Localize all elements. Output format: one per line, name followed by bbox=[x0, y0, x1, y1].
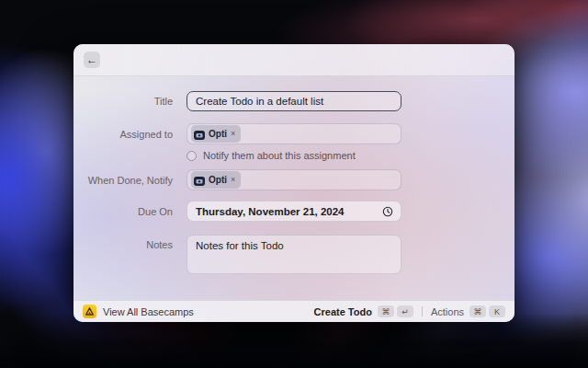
assignee-tag[interactable]: Opti × bbox=[191, 125, 241, 143]
title-input-value: Create Todo in a default list bbox=[196, 96, 323, 107]
notify-avatar bbox=[194, 175, 205, 186]
notes-textarea[interactable]: Notes for this Todo bbox=[187, 235, 401, 274]
notes-label: Notes bbox=[74, 239, 173, 250]
cmd-keycap: ⌘ bbox=[378, 305, 394, 317]
actions-button[interactable]: Actions bbox=[431, 306, 464, 317]
back-button[interactable]: ← bbox=[84, 52, 100, 68]
when-done-notify-row: When Done, Notify Opti × bbox=[74, 169, 514, 190]
notify-checkbox-row: Notify them about this assignment bbox=[74, 150, 514, 161]
return-keycap: ↵ bbox=[397, 305, 413, 317]
when-done-notify-field[interactable]: Opti × bbox=[187, 169, 401, 190]
assignee-avatar bbox=[194, 129, 205, 140]
assignee-tag-remove-icon[interactable]: × bbox=[231, 130, 235, 138]
window-header: ← bbox=[74, 44, 514, 76]
cmd-keycap: ⌘ bbox=[469, 305, 486, 317]
title-label: Title bbox=[74, 96, 173, 107]
create-todo-button[interactable]: Create Todo bbox=[314, 306, 372, 317]
notify-tag[interactable]: Opti × bbox=[191, 171, 241, 189]
notes-row: Notes Notes for this Todo bbox=[74, 235, 514, 274]
assigned-to-field[interactable]: Opti × bbox=[187, 123, 401, 144]
due-on-value: Thursday, November 21, 2024 bbox=[196, 206, 382, 217]
notify-checkbox-label: Notify them about this assignment bbox=[203, 150, 356, 161]
assignee-tag-name: Opti bbox=[209, 130, 227, 139]
notify-tag-remove-icon[interactable]: × bbox=[231, 176, 235, 184]
notes-value: Notes for this Todo bbox=[196, 240, 284, 251]
view-all-basecamps-label: View All Basecamps bbox=[103, 306, 194, 317]
basecamp-app-icon bbox=[83, 305, 96, 318]
clock-icon[interactable] bbox=[382, 206, 393, 217]
notify-checkbox[interactable] bbox=[187, 151, 197, 161]
due-on-row: Due On Thursday, November 21, 2024 bbox=[74, 201, 514, 222]
footer-action-bar: View All Basecamps Create Todo ⌘ ↵ Actio… bbox=[74, 300, 514, 322]
when-done-notify-label: When Done, Notify bbox=[74, 175, 173, 186]
k-keycap: K bbox=[489, 305, 505, 317]
due-on-label: Due On bbox=[74, 206, 173, 217]
notify-tag-name: Opti bbox=[209, 176, 227, 185]
back-arrow-icon: ← bbox=[86, 53, 97, 66]
title-input[interactable]: Create Todo in a default list bbox=[187, 91, 401, 111]
due-on-field[interactable]: Thursday, November 21, 2024 bbox=[187, 201, 401, 222]
assigned-to-row: Assigned to Opti × bbox=[74, 123, 514, 144]
title-row: Title Create Todo in a default list bbox=[74, 91, 514, 111]
notify-checkbox-group[interactable]: Notify them about this assignment bbox=[187, 150, 356, 161]
create-todo-window: ← Title Create Todo in a default list As… bbox=[74, 44, 514, 322]
footer-breadcrumb[interactable]: View All Basecamps bbox=[83, 305, 314, 318]
footer-actions-group: Create Todo ⌘ ↵ Actions ⌘ K bbox=[314, 305, 505, 317]
footer-divider bbox=[422, 306, 423, 316]
assigned-to-label: Assigned to bbox=[74, 129, 173, 140]
